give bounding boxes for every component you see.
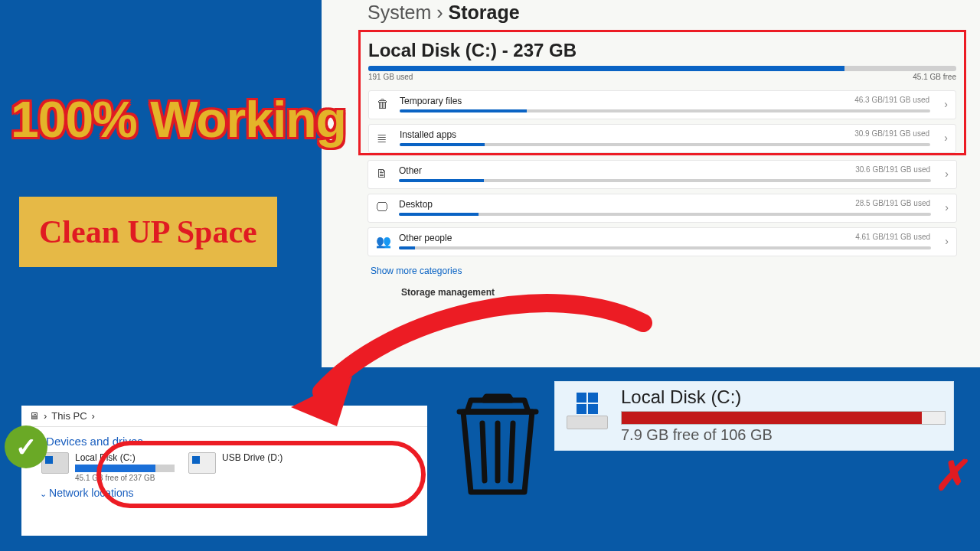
highlight-box: Local Disk (C:) - 237 GB 191 GB used 45.… <box>358 30 966 155</box>
full-disk-free: 7.9 GB free of 106 GB <box>621 425 946 444</box>
disk-usage-bar <box>368 66 956 71</box>
category-row-other-people[interactable]: 👥 Other people 4.61 GB/191 GB used › <box>368 227 957 256</box>
overlay-subhead: Clean UP Space <box>39 214 257 249</box>
overlay-subhead-box: Clean UP Space <box>17 194 279 269</box>
category-row-other[interactable]: 🗎 Other 30.6 GB/191 GB used › <box>368 160 957 189</box>
full-disk-title: Local Disk (C:) <box>621 386 946 411</box>
hdd-icon <box>563 391 612 431</box>
disk-title: Local Disk (C:) - 237 GB <box>368 37 956 66</box>
category-name: Installed apps <box>400 129 930 140</box>
network-locations-heading[interactable]: ⌄ Network locations <box>37 482 412 499</box>
category-name: Other <box>399 165 931 176</box>
full-disk-panel: Local Disk (C:) 7.9 GB free of 106 GB <box>554 381 954 451</box>
category-row-temporary-files[interactable]: 🗑 Temporary files 46.3 GB/191 GB used › <box>368 90 956 119</box>
overlay-headline: 100% Working <box>11 90 346 148</box>
breadcrumb-parent[interactable]: System <box>368 2 431 23</box>
category-name: Other people <box>399 233 931 243</box>
category-used: 28.5 GB/191 GB used <box>855 199 930 207</box>
category-used: 46.3 GB/191 GB used <box>854 96 929 104</box>
storage-management-heading: Storage management <box>368 281 957 304</box>
show-more-link[interactable]: Show more categories <box>368 261 957 281</box>
svg-line-0 <box>482 423 485 481</box>
drive-free-text: 45.1 GB free of 237 GB <box>75 474 175 482</box>
breadcrumb[interactable]: System › Storage <box>368 0 957 30</box>
file-icon: 🗎 <box>376 167 390 181</box>
category-name: Desktop <box>399 199 931 210</box>
chevron-right-icon: › <box>940 201 949 214</box>
drive-local-c[interactable]: Local Disk (C:) 45.1 GB free of 237 GB <box>41 452 175 482</box>
chevron-right-icon: › <box>940 168 949 180</box>
chevron-right-icon: › <box>939 132 948 144</box>
monitor-icon: 🖥 <box>29 410 39 422</box>
category-row-desktop[interactable]: 🖵 Desktop 28.5 GB/191 GB used › <box>368 194 957 223</box>
explorer-breadcrumb[interactable]: This PC <box>51 410 87 422</box>
drive-name: Local Disk (C:) <box>75 452 175 463</box>
storage-settings-panel: System › Storage Local Disk (C:) - 237 G… <box>322 0 980 367</box>
usb-icon <box>188 452 216 474</box>
disk-used-label: 191 GB used <box>368 73 413 81</box>
chevron-right-icon: › <box>939 98 948 110</box>
category-row-installed-apps[interactable]: ≣ Installed apps 30.9 GB/191 GB used › <box>368 124 956 153</box>
checkmark-badge: ✓ <box>5 425 47 468</box>
explorer-address-bar[interactable]: 🖥 › This PC › <box>21 406 427 427</box>
monitor-icon: 🖵 <box>376 201 390 214</box>
trash-bin-icon <box>452 381 544 496</box>
category-name: Temporary files <box>400 96 930 106</box>
windows-logo-icon <box>577 393 598 414</box>
trash-icon: 🗑 <box>377 97 390 111</box>
category-used: 4.61 GB/191 GB used <box>855 233 930 241</box>
svg-line-2 <box>511 423 513 481</box>
drive-usb-d[interactable]: USB Drive (D:) <box>188 452 283 482</box>
full-disk-bar <box>621 411 946 425</box>
category-used: 30.9 GB/191 GB used <box>854 129 929 138</box>
disk-free-label: 45.1 GB free <box>913 73 956 81</box>
cross-mark-icon: ✗ <box>933 452 975 500</box>
devices-section-heading[interactable]: ⌄ Devices and drives <box>37 435 412 452</box>
file-explorer-panel: 🖥 › This PC › ⌄ Devices and drives Local… <box>21 406 427 536</box>
people-icon: 👥 <box>376 234 390 249</box>
drive-name: USB Drive (D:) <box>222 452 283 463</box>
disk-usage-fill <box>368 66 844 71</box>
category-used: 30.6 GB/191 GB used <box>855 165 930 174</box>
chevron-right-icon: › <box>940 235 949 247</box>
apps-icon: ≣ <box>377 131 390 145</box>
breadcrumb-current: Storage <box>449 2 520 23</box>
